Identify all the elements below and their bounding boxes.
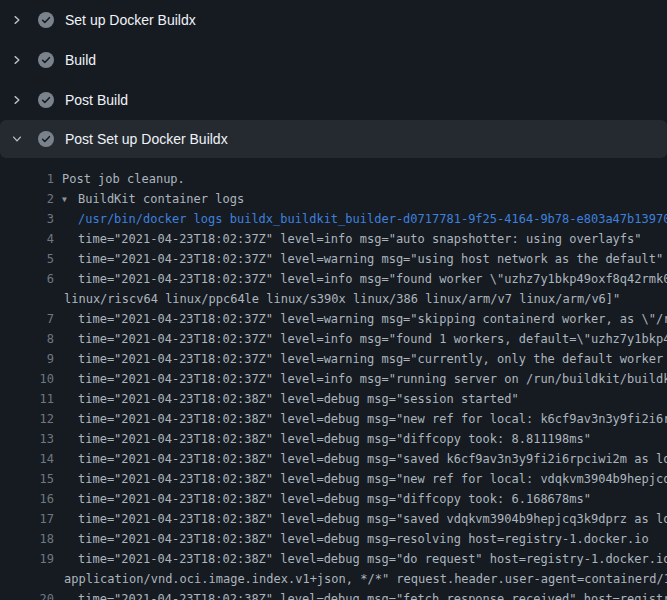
step-label: Post Build: [65, 92, 128, 108]
log-line-number[interactable]: 13: [0, 429, 54, 449]
log-text: time="2021-04-23T18:02:38Z" level=debug …: [54, 489, 591, 509]
check-circle-icon: [38, 131, 54, 147]
chevron-down-icon[interactable]: [11, 133, 23, 145]
log-line-number: [0, 569, 54, 589]
log-line: 16time="2021-04-23T18:02:38Z" level=debu…: [0, 489, 667, 509]
log-line-number[interactable]: 14: [0, 449, 54, 469]
log-line: 8time="2021-04-23T18:02:37Z" level=info …: [0, 329, 667, 349]
log-text: Post job cleanup.: [54, 169, 185, 189]
log-line: 6time="2021-04-23T18:02:37Z" level=info …: [0, 269, 667, 289]
triangle-down-icon[interactable]: ▼: [62, 190, 78, 210]
chevron-right-icon[interactable]: [11, 14, 23, 26]
log-line-continuation: linux/riscv64 linux/ppc64le linux/s390x …: [0, 289, 667, 309]
log-line-number[interactable]: 19: [0, 549, 54, 569]
log-line: 7time="2021-04-23T18:02:37Z" level=warni…: [0, 309, 667, 329]
log-text: time="2021-04-23T18:02:38Z" level=debug …: [54, 429, 591, 449]
log-line-number[interactable]: 5: [0, 249, 54, 269]
log-line: 3/usr/bin/docker logs buildx_buildkit_bu…: [0, 209, 667, 229]
log-line: 9time="2021-04-23T18:02:37Z" level=warni…: [0, 349, 667, 369]
step-header-build[interactable]: Build: [0, 40, 667, 80]
log-line: 2▼BuildKit container logs: [0, 189, 667, 209]
log-lines: 1Post job cleanup.2▼BuildKit container l…: [0, 158, 667, 600]
check-circle-icon: [38, 52, 54, 68]
log-group-title[interactable]: BuildKit container logs: [78, 192, 244, 206]
log-text: time="2021-04-23T18:02:38Z" level=debug …: [54, 589, 667, 600]
log-text: time="2021-04-23T18:02:37Z" level=info m…: [54, 229, 642, 249]
check-circle-icon: [38, 92, 54, 108]
log-text: time="2021-04-23T18:02:37Z" level=info m…: [54, 369, 667, 389]
log-line: 14time="2021-04-23T18:02:38Z" level=debu…: [0, 449, 667, 469]
log-line: 11time="2021-04-23T18:02:38Z" level=debu…: [0, 389, 667, 409]
step-header-post-set-up-docker-buildx[interactable]: Post Set up Docker Buildx: [0, 120, 667, 158]
log-text: time="2021-04-23T18:02:37Z" level=warnin…: [54, 249, 663, 269]
log-text: time="2021-04-23T18:02:38Z" level=debug …: [54, 549, 667, 569]
log-text: time="2021-04-23T18:02:38Z" level=debug …: [54, 449, 667, 469]
log-line-number[interactable]: 9: [0, 349, 54, 369]
log-line-number[interactable]: 12: [0, 409, 54, 429]
log-line: 19time="2021-04-23T18:02:38Z" level=debu…: [0, 549, 667, 569]
log-text: time="2021-04-23T18:02:37Z" level=info m…: [54, 329, 667, 349]
step-label: Set up Docker Buildx: [65, 12, 196, 28]
log-line-number[interactable]: 15: [0, 469, 54, 489]
log-line-number[interactable]: 11: [0, 389, 54, 409]
step-label: Post Set up Docker Buildx: [65, 131, 228, 147]
log-text: application/vnd.oci.image.index.v1+json,…: [54, 569, 667, 589]
log-line: 20time="2021-04-23T18:02:38Z" level=debu…: [0, 589, 667, 600]
log-group-toggle[interactable]: ▼BuildKit container logs: [54, 189, 244, 209]
log-text: time="2021-04-23T18:02:38Z" level=debug …: [54, 389, 519, 409]
log-text: time="2021-04-23T18:02:37Z" level=warnin…: [54, 309, 667, 329]
log-line: 12time="2021-04-23T18:02:38Z" level=debu…: [0, 409, 667, 429]
log-line-number[interactable]: 20: [0, 589, 54, 600]
log-line-number[interactable]: 17: [0, 509, 54, 529]
log-text: time="2021-04-23T18:02:37Z" level=info m…: [54, 269, 667, 289]
step-label: Build: [65, 52, 96, 68]
log-text: time="2021-04-23T18:02:37Z" level=warnin…: [54, 349, 667, 369]
log-line-number[interactable]: 8: [0, 329, 54, 349]
log-line-number[interactable]: 4: [0, 229, 54, 249]
log-line: 1Post job cleanup.: [0, 169, 667, 189]
log-line: 10time="2021-04-23T18:02:37Z" level=info…: [0, 369, 667, 389]
log-line-number[interactable]: 1: [0, 169, 54, 189]
log-line: 13time="2021-04-23T18:02:38Z" level=debu…: [0, 429, 667, 449]
step-list: Set up Docker BuildxBuildPost BuildPost …: [0, 0, 667, 158]
log-line: 15time="2021-04-23T18:02:38Z" level=debu…: [0, 469, 667, 489]
step-header-post-build[interactable]: Post Build: [0, 80, 667, 120]
chevron-right-icon[interactable]: [11, 94, 23, 106]
log-text: time="2021-04-23T18:02:38Z" level=debug …: [54, 469, 667, 489]
log-line: 17time="2021-04-23T18:02:38Z" level=debu…: [0, 509, 667, 529]
log-line-number[interactable]: 2: [0, 189, 54, 209]
check-circle-icon: [38, 12, 54, 28]
log-line: 5time="2021-04-23T18:02:37Z" level=warni…: [0, 249, 667, 269]
log-text: linux/riscv64 linux/ppc64le linux/s390x …: [54, 289, 620, 309]
log-text: time="2021-04-23T18:02:38Z" level=debug …: [54, 409, 667, 429]
log-line: 4time="2021-04-23T18:02:37Z" level=info …: [0, 229, 667, 249]
chevron-right-icon[interactable]: [11, 54, 23, 66]
log-line-number[interactable]: 16: [0, 489, 54, 509]
log-line-continuation: application/vnd.oci.image.index.v1+json,…: [0, 569, 667, 589]
log-line-number[interactable]: 3: [0, 209, 54, 229]
step-header-set-up-docker-buildx[interactable]: Set up Docker Buildx: [0, 0, 667, 40]
log-line-number[interactable]: 18: [0, 529, 54, 549]
log-line-number[interactable]: 10: [0, 369, 54, 389]
log-line-number: [0, 289, 54, 309]
actions-log-viewer: Set up Docker BuildxBuildPost BuildPost …: [0, 0, 667, 600]
log-text: time="2021-04-23T18:02:38Z" level=debug …: [54, 509, 667, 529]
log-line-number[interactable]: 6: [0, 269, 54, 289]
log-line-number[interactable]: 7: [0, 309, 54, 329]
log-line: 18time="2021-04-23T18:02:38Z" level=debu…: [0, 529, 667, 549]
log-text: time="2021-04-23T18:02:38Z" level=debug …: [54, 529, 649, 549]
log-command-text: /usr/bin/docker logs buildx_buildkit_bui…: [54, 209, 667, 229]
